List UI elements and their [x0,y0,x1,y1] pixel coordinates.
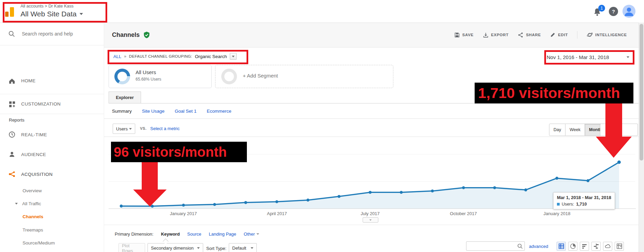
edit-button[interactable]: EDIT [550,32,568,38]
chart-point-nov-2017[interactable] [493,186,496,190]
performance-view-button[interactable] [580,242,589,251]
sidebar-item-treemaps[interactable]: Treemaps [0,223,104,236]
help-icon[interactable]: ? [609,7,618,16]
table-search-box[interactable] [466,241,525,251]
timeline-slider-handle[interactable] [363,217,378,223]
sidebar-item-audience[interactable]: AUDIENCE [0,144,104,164]
chart-point-dec-2017[interactable] [524,188,527,192]
avatar-person-icon [622,5,635,18]
x-axis-label: January 2018 [536,211,577,216]
chart-point-nov-2016[interactable] [120,205,123,208]
dimension-landing-page[interactable]: Landing Page [209,232,236,237]
table-search-input[interactable] [468,243,517,249]
save-icon [454,32,460,38]
dimension-other[interactable]: Other [244,232,260,237]
chart-point-jan-2018[interactable] [556,177,559,180]
avatar[interactable] [622,5,635,18]
granularity-week[interactable]: Week [565,124,585,136]
analytics-logo-icon[interactable] [4,6,16,18]
search-input[interactable] [21,31,98,37]
sidebar-item-realtime[interactable]: REAL-TIME [0,125,104,144]
property-selector[interactable]: All Web Site Data [20,10,83,18]
metric-dropdown[interactable]: Users [113,124,135,134]
chart-tooltip: Mar 1, 2018 - Mar 31, 2018 Users: 1,710 [553,192,615,209]
pivot-view-button[interactable] [615,242,624,251]
account-breadcrumb[interactable]: All accounts > Dr Kate Kass [20,4,73,9]
chart-point-apr-2017[interactable] [275,200,278,203]
percentage-view-icon [570,243,576,249]
sort-type-dropdown[interactable]: Default [229,243,257,252]
date-range-selector[interactable]: Nov 1, 2016 - Mar 31, 2018 [547,52,629,62]
chart-point-sep-2017[interactable] [431,190,434,193]
sidebar-item-all-traffic[interactable]: All Traffic [0,197,104,210]
sidebar-item-label: All Traffic [22,201,41,206]
dimension-label: Other [244,232,255,237]
toolbar-divider [577,31,577,39]
breadcrumb-all-link[interactable]: ALL [113,54,121,59]
search-icon[interactable] [517,243,523,249]
chart-point-mar-2017[interactable] [244,201,247,204]
channel-grouping-dropdown-button[interactable] [230,53,237,60]
chart-point-jul-2017[interactable] [369,191,372,194]
action-label: SAVE [462,33,474,37]
share-icon [518,32,523,38]
sidebar-item-source-medium[interactable]: Source/Medium [0,236,104,249]
peak-arrow-icon [594,103,633,160]
sidebar-item-customization[interactable]: CUSTOMIZATION [0,94,104,114]
subtab-summary[interactable]: Summary [112,109,132,114]
person-icon [8,151,16,158]
percentage-view-button[interactable] [568,242,577,251]
breadcrumb: ALL » DEFAULT CHANNEL GROUPING: Organic … [113,53,237,60]
granularity-day[interactable]: Day [549,124,565,136]
tab-explorer[interactable]: Explorer [109,92,141,103]
performance-view-icon [582,243,588,249]
scrollbar-thumb[interactable] [640,24,643,160]
table-view-button[interactable] [557,242,566,251]
dimension-keyword[interactable]: Keyword [161,232,180,237]
sidebar-item-channels[interactable]: Channels [0,210,104,223]
sidebar-item-overview[interactable]: Overview [0,184,104,197]
subtab-goal-set-1[interactable]: Goal Set 1 [175,109,197,114]
secondary-dimension-dropdown[interactable]: Secondary dimension [148,243,203,252]
subtab-site-usage[interactable]: Site Usage [142,109,165,114]
add-segment-card[interactable]: + Add Segment [215,65,393,88]
pivot-view-icon [616,243,622,249]
chart-point-may-2017[interactable] [307,199,310,202]
share-button[interactable]: SHARE [518,32,541,38]
chart-point-oct-2017[interactable] [462,186,465,190]
edit-icon [550,32,556,38]
sidebar-item-acquisition[interactable]: ACQUISITION [0,164,104,184]
chart-point-feb-2018[interactable] [587,179,590,182]
search-icon [8,30,15,38]
sidebar-item-label: Overview [23,188,42,193]
scrollbar-track[interactable] [639,23,644,252]
save-button[interactable]: SAVE [454,32,474,38]
dimension-label: Source [187,232,201,237]
sidebar-item-home[interactable]: HOME [0,68,104,94]
chart-point-aug-2017[interactable] [400,191,403,194]
sidebar-item-label: REAL-TIME [21,132,47,137]
intelligence-button[interactable]: INTELLIGENCE [587,32,627,38]
term-cloud-view-button[interactable] [603,242,612,251]
segment-donut-icon [114,69,130,84]
segment-card-all-users[interactable]: All Users 65.68% Users [109,65,212,88]
export-button[interactable]: EXPORT [483,32,509,38]
sidebar-item-referrals[interactable]: Referrals [0,250,104,252]
start-arrow-icon [132,162,167,208]
comparison-view-button[interactable] [591,242,601,251]
advanced-link[interactable]: advanced [529,244,548,249]
chart-point-jun-2017[interactable] [338,195,341,198]
plot-rows-button: Plot Rows [118,243,145,252]
subtab-ecommerce[interactable]: Ecommerce [207,109,232,114]
chart-point-mar-2018[interactable] [617,160,621,164]
add-segment-donut-icon [221,69,237,84]
chart-area-fill [121,162,619,209]
notification-badge: 1 [598,5,605,12]
home-icon [8,77,16,85]
chart-point-jan-2017[interactable] [182,204,185,207]
chart-point-feb-2017[interactable] [213,203,216,206]
sidebar-search[interactable] [0,23,104,45]
dimension-source[interactable]: Source [187,232,201,237]
select-metric-link[interactable]: Select a metric [150,126,180,131]
x-axis-label: April 2017 [256,211,297,216]
